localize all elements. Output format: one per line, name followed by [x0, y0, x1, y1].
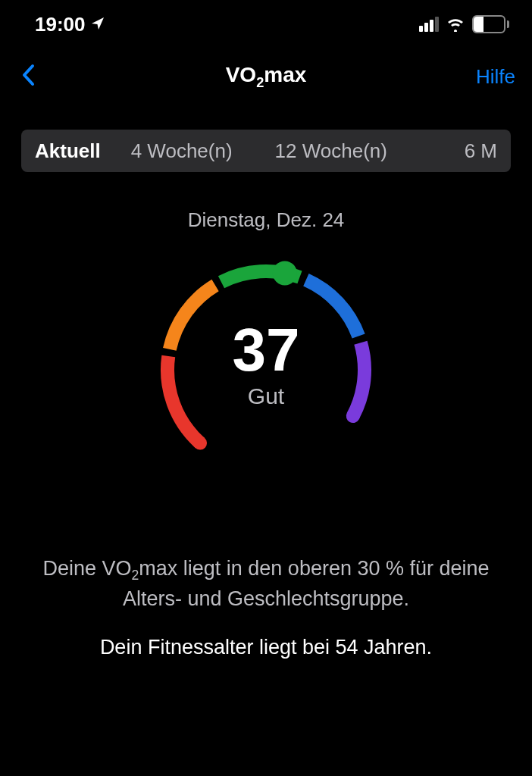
nav-bar: VO2max Hilfe [0, 42, 532, 104]
back-button[interactable] [17, 61, 39, 93]
cellular-signal-icon [419, 17, 439, 32]
fitness-age-text: Dein Fitnessalter liegt bei 54 Jahren. [23, 636, 509, 659]
vo2max-gauge: 37 Gut [0, 249, 532, 476]
battery-indicator: 32 [472, 15, 509, 33]
time-range-segmented[interactable]: Aktuell 4 Woche(n) 12 Woche(n) 6 M [21, 130, 511, 172]
tab-4-weeks[interactable]: 4 Woche(n) [131, 139, 233, 163]
battery-level: 32 [474, 18, 504, 31]
date-label: Dienstag, Dez. 24 [0, 208, 532, 232]
status-bar: 19:00 32 [0, 0, 532, 42]
status-time-group: 19:00 [35, 13, 105, 36]
status-right: 32 [419, 15, 509, 33]
tab-current[interactable]: Aktuell [35, 139, 101, 163]
tab-6-months[interactable]: 6 M [465, 139, 497, 163]
tab-12-weeks[interactable]: 12 Woche(n) [275, 139, 387, 163]
status-time: 19:00 [35, 13, 86, 36]
help-link[interactable]: Hilfe [476, 65, 515, 89]
gauge-value: 37 [233, 320, 300, 380]
wifi-icon [446, 17, 465, 32]
gauge-status: Gut [248, 383, 284, 409]
location-icon [90, 13, 105, 36]
vo2max-description: Deine VO2max liegt in den oberen 30 % fü… [23, 555, 509, 613]
page-title: VO2max [0, 63, 532, 91]
